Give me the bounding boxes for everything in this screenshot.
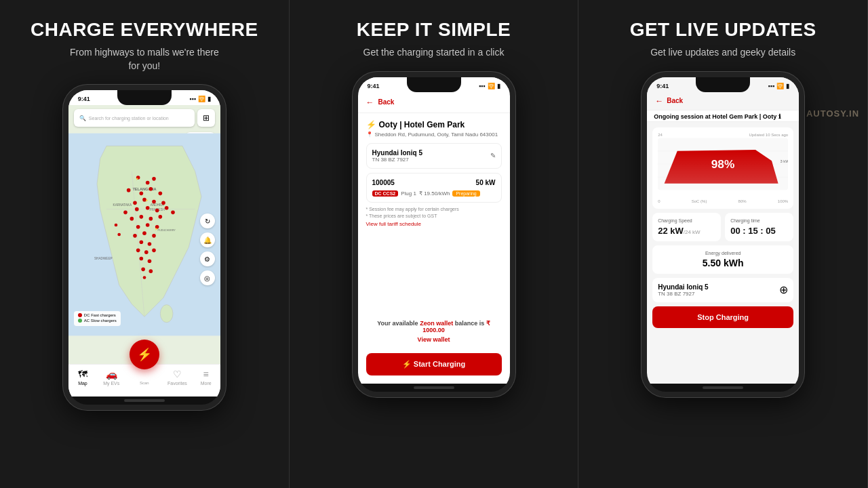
charging-time-card: Charging time 00 : 15 : 05 <box>725 213 793 241</box>
svg-text:98%: 98% <box>711 157 735 170</box>
live-header: ← Back <box>647 92 799 110</box>
svg-text:⚡: ⚡ <box>145 199 149 203</box>
scan-button-map[interactable]: ⊞ <box>197 109 215 127</box>
charging-speed-card: Charging Speed 22 kW/24 kW <box>652 213 721 241</box>
chart-axis: 0 SoC (%) 80% 100% <box>658 199 788 203</box>
back-label-charge[interactable]: Back <box>378 98 395 106</box>
edit-icon[interactable]: ✎ <box>490 152 496 159</box>
nav-more-label: More <box>201 381 212 386</box>
charge-screen: 9:41 ▪▪▪ 🛜 ▮ ← Back ⚡ Ooty | Hotel Gem P… <box>358 77 510 384</box>
svg-point-14 <box>127 188 131 192</box>
nav-myevs[interactable]: 🚗 My EVs <box>97 369 125 394</box>
battery-icon3: ▮ <box>786 83 789 89</box>
car-card[interactable]: Hyundai Ioniq 5 TN 38 BZ 7927 ✎ <box>366 143 502 169</box>
panel-live-updates: AUTOSY.IN GET LIVE UPDATES Get live upda… <box>578 0 868 488</box>
time-charge: 9:41 <box>368 83 380 89</box>
time-map: 9:41 <box>78 96 90 102</box>
phone-live: 9:41 ▪▪▪ 🛜 ▮ ← Back Ongoing session at H… <box>642 72 804 397</box>
svg-point-18 <box>133 201 137 205</box>
live-screen: 9:41 ▪▪▪ 🛜 ▮ ← Back Ongoing session at H… <box>647 77 799 384</box>
svg-point-17 <box>158 192 162 196</box>
charger-tags: DC CCS2 Plug 1 ₹ 19.50/kWh Preparing <box>372 190 496 197</box>
nav-scan[interactable]: Scan <box>125 369 163 394</box>
map-search-bar[interactable]: 🔍 Search for charging station or locatio… <box>74 109 215 127</box>
tag-dc: DC CCS2 <box>372 190 399 197</box>
panel1-title: CHARGE EVERYWHERE <box>31 19 258 41</box>
svg-point-49 <box>117 233 121 237</box>
watermark: AUTOSY.IN <box>806 108 859 119</box>
svg-point-16 <box>149 187 153 191</box>
nav-myevs-label: My EVs <box>103 381 119 386</box>
svg-point-42 <box>139 257 143 261</box>
signal-icon3: ▪▪▪ <box>768 83 775 89</box>
car-name: Hyundai Ioniq 5 <box>372 149 422 157</box>
svg-text:PUDUCHERRY: PUDUCHERRY <box>157 230 176 232</box>
svg-point-32 <box>146 223 150 227</box>
menu-icon: ≡ <box>203 369 209 380</box>
svg-point-26 <box>165 206 169 210</box>
notification-button[interactable]: 🔔 <box>200 232 215 247</box>
live-body: 24 Updated 10 Secs ago <box>647 122 799 384</box>
svg-point-34 <box>133 234 137 238</box>
expand-icon[interactable]: ⊕ <box>779 283 788 296</box>
signal-icon: ▪▪▪ <box>189 96 196 102</box>
svg-point-31 <box>136 225 140 229</box>
stop-charging-button[interactable]: Stop Charging <box>652 306 793 328</box>
nav-map[interactable]: 🗺 Map <box>68 369 97 394</box>
svg-text:⚡: ⚡ <box>136 177 139 180</box>
charge-header: ← Back <box>358 92 510 113</box>
charge-body: ⚡ Ooty | Hotel Gem Park 📍 Sheddon Rd, Pu… <box>358 113 510 384</box>
tariff-link[interactable]: View full tariff schedule <box>366 221 502 227</box>
location-button[interactable]: ◎ <box>200 270 215 285</box>
nav-favorites[interactable]: ♡ Favorites <box>163 369 191 394</box>
live-car-name: Hyundai Ioniq 5 <box>658 283 708 291</box>
speed-label: Charging Speed <box>658 218 715 223</box>
station-icon: ⚡ <box>366 120 376 129</box>
svg-text:KARNATAKA: KARNATAKA <box>113 203 132 207</box>
map-legend: DC Fast chargers AC Slow chargers <box>74 311 121 326</box>
search-placeholder: Search for charging station or location <box>89 116 169 121</box>
battery-icon: ▮ <box>208 96 211 102</box>
search-input-map[interactable]: 🔍 Search for charging station or locatio… <box>74 109 195 127</box>
soc-chart: 98% 3 kW <box>658 137 788 198</box>
refresh-button[interactable]: ↻ <box>200 214 215 228</box>
legend-ac: AC Slow chargers <box>84 319 117 323</box>
svg-point-12 <box>146 181 150 185</box>
nav-more[interactable]: ≡ More <box>192 369 220 394</box>
home-indicator-map <box>124 399 165 402</box>
panel3-title: GET LIVE UPDATES <box>630 19 816 41</box>
wallet-section: Your available Zeon wallet balance is ₹ … <box>366 320 502 343</box>
phone-map: 9:41 ▪▪▪ 🛜 ▮ 🔍 Search for charging stati… <box>63 85 226 410</box>
session-header: Ongoing session at Hotel Gem Park | Ooty… <box>647 110 799 122</box>
panel-charge-everywhere: CHARGE EVERYWHERE From highways to malls… <box>0 0 290 488</box>
start-charging-button[interactable]: ⚡ Start Charging <box>366 353 502 375</box>
back-label-live[interactable]: Back <box>667 97 683 104</box>
svg-point-36 <box>152 234 156 238</box>
charger-card: 100005 50 kW DC CCS2 Plug 1 ₹ 19.50/kWh … <box>366 173 502 203</box>
back-arrow-charge[interactable]: ← <box>366 98 374 107</box>
wallet-brand: Zeon wallet <box>420 320 453 327</box>
svg-text:⚡: ⚡ <box>155 227 158 230</box>
svg-point-47 <box>171 211 175 215</box>
nav-map-label: Map <box>78 381 87 386</box>
stats-row: Charging Speed 22 kW/24 kW Charging time… <box>652 213 793 241</box>
svg-point-44 <box>141 268 145 272</box>
wifi-icon: 🛜 <box>198 96 205 102</box>
svg-point-29 <box>149 217 153 221</box>
status-icons-map: ▪▪▪ 🛜 ▮ <box>189 96 211 102</box>
filter-button[interactable]: ⚙ <box>200 251 215 266</box>
info-icon[interactable]: ℹ <box>778 113 781 120</box>
tag-price: ₹ 19.50/kWh <box>419 190 450 197</box>
back-arrow-live[interactable]: ← <box>655 96 663 106</box>
wallet-text: Your available Zeon wallet balance is ₹ … <box>366 320 502 333</box>
zeon-fab[interactable]: ⚡ <box>130 340 159 369</box>
live-car-plate: TN 38 BZ 7927 <box>658 291 708 297</box>
phone-notch3 <box>696 77 750 92</box>
energy-label: Energy delivered <box>658 251 788 256</box>
energy-card: Energy delivered 5.50 kWh <box>652 245 793 274</box>
wallet-link[interactable]: View wallet <box>366 336 502 343</box>
energy-value: 5.50 kWh <box>658 258 788 268</box>
svg-point-2 <box>160 305 173 323</box>
panel2-title: KEEP IT SIMPLE <box>357 19 511 41</box>
location-pin-icon: 📍 <box>366 131 373 138</box>
